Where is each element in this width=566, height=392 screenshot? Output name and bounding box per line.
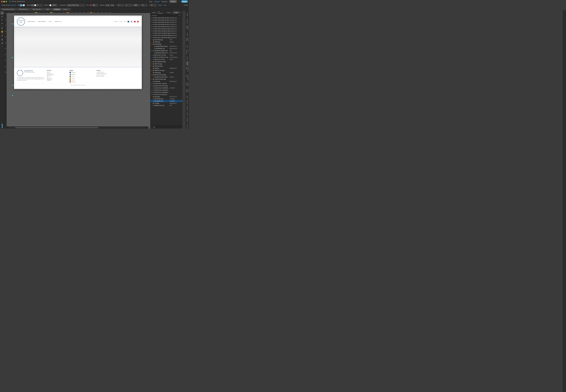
- sitemap-whatwedo[interactable]: What We Do: [47, 73, 67, 74]
- nav-contact[interactable]: CONTACT US: [55, 21, 62, 22]
- asset-row[interactable]: ▶ ▣ Milking Cows.jpg: [151, 69, 182, 71]
- w-input[interactable]: [134, 4, 139, 7]
- asset-row[interactable]: ▶ ◈ Title Border.svg A-Master: [151, 98, 182, 100]
- asset-row[interactable]: ▶ ◈ Social Icons_Instagram.svg: [151, 91, 182, 94]
- asset-row[interactable]: ▶ ▣ Flowers.jpg: [151, 43, 182, 45]
- rpanel-align[interactable]: Align: [186, 95, 189, 99]
- publish-button[interactable]: Publish: [169, 0, 177, 3]
- asset-row[interactable]: ▶ ▣ Milk Equipment.jpg: [151, 61, 182, 63]
- sitemap-home[interactable]: Home: [47, 72, 67, 73]
- engage-email[interactable]: E-mail Us: [69, 77, 94, 79]
- tool-zoom[interactable]: ⊕: [0, 27, 4, 30]
- stroke-checkbox[interactable]: [34, 4, 36, 6]
- asset-row[interactable]: ▶ ◈ Mid Curve Black-01.svg Community E..…: [151, 56, 182, 58]
- rotation-input[interactable]: [151, 4, 156, 7]
- panel-tab-assets[interactable]: Assets: [173, 11, 180, 14]
- rpanel-scroll-effects[interactable]: Scroll Effects: [186, 37, 189, 44]
- tab-close-home[interactable]: ✕: [68, 9, 69, 10]
- asset-row[interactable]: ▶ ◈ Farm icons normal-04.svg Background: [151, 34, 182, 37]
- asset-row[interactable]: ▶ ▣ Milk Pour.jpg: [151, 63, 182, 65]
- sitemap-contact[interactable]: Contact Us: [47, 80, 67, 81]
- rpanel-text[interactable]: T Text: [186, 11, 189, 18]
- panel-tab-layers[interactable]: Layers: [151, 11, 158, 14]
- col-list-icon[interactable]: ≡: [180, 15, 181, 16]
- asset-row[interactable]: ▶ ▣ Trail.jpg Background: [151, 102, 182, 104]
- link-events[interactable]: EVENTS: [114, 21, 118, 22]
- asset-row[interactable]: ▶ ◈ Farm icons normal-01.svg Background: [151, 28, 182, 30]
- resize-select[interactable]: %: [105, 4, 110, 6]
- asset-row[interactable]: ▶ ◈ Social Icons_Map.svg: [151, 94, 182, 96]
- tool-hand[interactable]: ✋: [0, 30, 4, 33]
- asset-row[interactable]: ▶ ◈ Farm Icons hover-01.svg Background: [151, 17, 182, 19]
- rpanel-char-styles[interactable]: Character Styles: [186, 66, 189, 74]
- asset-row[interactable]: ▶ ◈ Mid Curve-01.svg Home: [151, 58, 182, 61]
- engage-facebook[interactable]: Facebook: [69, 72, 94, 73]
- share-button[interactable]: Share: [181, 0, 188, 3]
- social-twitter[interactable]: [131, 21, 132, 23]
- footer-help-icon[interactable]: ?: [151, 126, 152, 128]
- fill-checkbox[interactable]: [23, 4, 25, 6]
- rpanel-library[interactable]: Library: [186, 56, 189, 61]
- asset-row[interactable]: ▶ ◈ Medicinal Gardens.svg Visit: [151, 50, 182, 52]
- asset-row[interactable]: ▶ ▣ FarmStore.jpg Visit: [151, 39, 182, 41]
- tab-churchtown-dairy[interactable]: Churchtown Dairy ✕: [0, 8, 17, 11]
- traffic-light-green[interactable]: [6, 1, 7, 2]
- h-scroll-thumb[interactable]: [15, 127, 98, 128]
- rpanel-spacing[interactable]: Spacing: [186, 99, 189, 105]
- panel-tab-library[interactable]: Library: [165, 11, 173, 14]
- col-grid-icon[interactable]: ⊞: [179, 15, 180, 16]
- engage-instagram[interactable]: Instagram: [69, 74, 94, 75]
- asset-row[interactable]: ▶ ◈ Farm Icons hover-03.svg Background: [151, 21, 182, 23]
- social-instagram[interactable]: [134, 21, 136, 23]
- scroll-left-icon[interactable]: ◂: [7, 127, 8, 128]
- zoom-down-icon[interactable]: ▾: [15, 0, 16, 2]
- h-input[interactable]: [141, 4, 147, 7]
- asset-row[interactable]: ▶ ◈ Farm icons normal-05.svg Background: [151, 37, 182, 39]
- asset-row[interactable]: ▶ ◈ Social Icons_Email.svg: [151, 85, 182, 87]
- asset-row[interactable]: ▶ ◈ handshake.svg What We Do: [151, 47, 182, 50]
- h-scrollbar[interactable]: ◂ ▸: [7, 126, 148, 128]
- nav-who-we-are[interactable]: WHO WE ARE: [38, 21, 46, 22]
- effects-checkbox[interactable]: [50, 4, 51, 6]
- nav-what-we-do[interactable]: WHAT WE DO: [28, 21, 35, 22]
- x-input[interactable]: [118, 4, 124, 7]
- asset-row[interactable]: ▶ ◈ Social Icons_Call.svg: [151, 83, 182, 85]
- scroll-right-icon[interactable]: ▸: [147, 127, 148, 128]
- asset-row[interactable]: ▶ ◈ Social Icons_Facebook.svg: [151, 89, 182, 91]
- tool-draw[interactable]: ✏: [0, 22, 4, 25]
- footer-trash-icon[interactable]: 🗑: [153, 126, 155, 128]
- panel-expand-icon[interactable]: »: [180, 11, 182, 14]
- fill-swatch[interactable]: [20, 4, 23, 6]
- y-input[interactable]: [125, 4, 131, 7]
- align-label[interactable]: Align: [158, 4, 162, 6]
- sitemap-visit[interactable]: Visit: [47, 76, 67, 77]
- nav-visit[interactable]: VISIT: [49, 21, 52, 22]
- asset-row[interactable]: ▶ ▣ Milk.jpg Background: [151, 67, 182, 69]
- rpanel-cc-libraries[interactable]: CC Libraries: [186, 49, 189, 56]
- stroke-swatch[interactable]: [31, 4, 34, 6]
- engage-visitus[interactable]: Visit Us: [69, 79, 94, 81]
- tool-pin[interactable]: 📍: [0, 34, 4, 38]
- panel-tab-cc-libraries[interactable]: CC Libraries: [158, 11, 165, 14]
- sitemap-whoweare[interactable]: Who We Are: [47, 75, 67, 76]
- engage-callus[interactable]: Call Us: [69, 75, 94, 77]
- plan-button[interactable]: Plan: [149, 1, 152, 2]
- asset-row[interactable]: ▶ ▣ milking.jpg Upload: [151, 71, 182, 74]
- rpanel-swatches[interactable]: Swatches: [186, 18, 189, 25]
- asset-row[interactable]: ▶ ▣ Medicinal Plants-01.png What We Do: [151, 52, 182, 54]
- resize-select2[interactable]: B: [110, 4, 114, 6]
- social-facebook[interactable]: [127, 21, 129, 23]
- tab-visit[interactable]: Visit ✕: [44, 8, 52, 11]
- asset-row[interactable]: ▶ ▣ flower.jpg Upload: [151, 41, 182, 43]
- tab-home[interactable]: Home ✕: [62, 8, 71, 11]
- tool-border[interactable]: □: [0, 45, 4, 48]
- tab-close-churchtown[interactable]: ✕: [14, 9, 15, 10]
- asset-row[interactable]: ▶ ◻ mt-article-connect.php Upload: [151, 76, 182, 78]
- pin-value[interactable]: [92, 4, 98, 7]
- tab-close-whatwedo[interactable]: ✕: [28, 9, 29, 10]
- rpanel-transform[interactable]: Transform: [186, 105, 189, 112]
- tool-crop[interactable]: ⊡: [0, 15, 4, 18]
- sitemap-walking[interactable]: Walking Trails: [47, 79, 67, 80]
- social-email[interactable]: [137, 21, 139, 23]
- rpanel-graphic-styles[interactable]: Graphic Styles: [186, 82, 189, 89]
